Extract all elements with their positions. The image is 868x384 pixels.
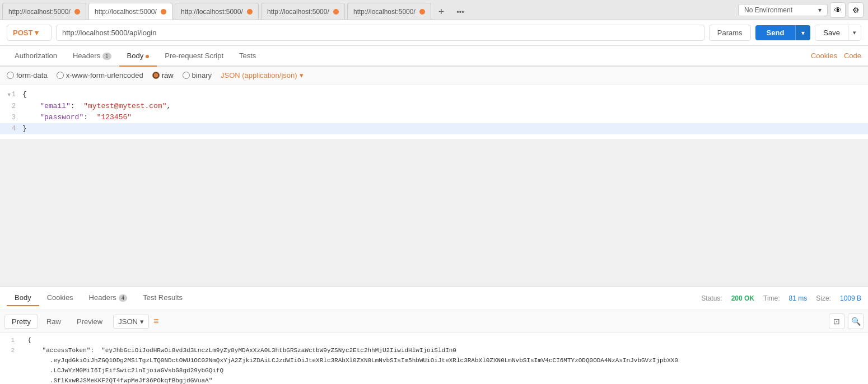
status-value: 200 OK [731,294,754,302]
line-number-4: 4 [0,123,22,134]
wrap-button[interactable]: ⊡ [829,313,844,329]
gear-icon-button[interactable]: ⚙ [848,2,864,18]
tab-dot-0 [74,9,80,15]
x-www-form-urlencoded-radio[interactable]: x-www-form-urlencoded [57,71,143,79]
json-view-chevron-icon: ▾ [140,317,144,326]
line-number-2: 2 [0,101,22,112]
resp-line-2: 2 "accessToken": "eyJhbGciOiJodHRwOi8vd3… [0,345,868,384]
tab-dot-3 [333,9,339,15]
tab-url-0: http://localhost:5000/ [8,8,71,16]
line-number-1: ▼1 [0,89,22,101]
json-format-select[interactable]: JSON (application/json) ▾ [221,71,304,79]
tab-right-actions: CookiesCode [811,51,861,60]
resp-line-number-1: 1 [0,335,20,345]
time-value: 81 ms [789,294,808,302]
browser-tab-0[interactable]: http://localhost:5000/ [2,3,86,20]
response-tab-body[interactable]: Body [7,290,39,306]
tab-dot-2 [247,9,253,15]
browser-tab-2[interactable]: http://localhost:5000/ [175,3,259,20]
editor-line-2: 2 "email": "mytest@mytest.com", [0,101,868,112]
editor-line-3: 3 "password": "123456" [0,112,868,123]
status-label: Status: [701,294,722,302]
save-arrow-button[interactable]: ▾ [848,25,861,40]
json-format-label: JSON (application/json) [221,71,297,79]
send-arrow-button[interactable]: ▾ [795,25,810,40]
form-data-radio[interactable]: form-data [7,71,48,79]
size-label: Size: [816,294,831,302]
line-content-3: "password": "123456" [22,112,868,123]
method-chevron-icon: ▾ [35,29,39,37]
tab-right-link-cookies[interactable]: Cookies [811,51,837,60]
line-content-2: "email": "mytest@mytest.com", [22,101,868,112]
filter-icon: ≡ [153,316,158,326]
response-tab-test-results[interactable]: Test Results [135,290,190,306]
browser-tab-3[interactable]: http://localhost:5000/ [261,3,345,20]
tab-url-2: http://localhost:5000/ [181,8,244,16]
method-select[interactable]: POST ▾ [7,25,52,41]
resp-line-content-1: { [20,335,868,345]
tab-dot-4 [419,9,425,15]
tab-dot-1 [161,9,166,15]
search-response-button[interactable]: 🔍 [848,313,864,329]
url-input[interactable] [56,25,704,41]
tab-url-1: http://localhost:5000/ [95,8,157,16]
request-tab-authorization[interactable]: Authorization [7,46,65,67]
view-tab-raw[interactable]: Raw [39,315,68,329]
request-tab-body[interactable]: Body [119,46,157,67]
tab-badge-1: 1 [102,53,111,60]
line-content-1: { [22,89,868,101]
tab-url-3: http://localhost:5000/ [267,8,330,16]
resp-line-number-2: 2 [0,345,20,384]
tab-right-link-code[interactable]: Code [844,51,861,60]
time-label: Time: [763,294,780,302]
response-tab-headers[interactable]: Headers4 [81,290,136,306]
json-view-select[interactable]: JSON ▾ [113,315,149,329]
line-toggle-1[interactable]: ▼ [7,92,10,98]
view-tab-pretty[interactable]: Pretty [4,315,38,329]
request-tab-headers[interactable]: Headers1 [65,46,119,67]
save-button[interactable]: Save [815,25,848,40]
json-format-chevron-icon: ▾ [300,71,304,79]
params-button[interactable]: Params [709,25,751,41]
add-tab-button[interactable]: + [433,4,449,20]
request-tab-pre-request-script[interactable]: Pre-request Script [157,46,231,67]
tab-url-4: http://localhost:5000/ [353,8,416,16]
editor-line-1: ▼1{ [0,89,868,101]
eye-icon-button[interactable]: 👁 [830,2,846,18]
line-content-4: } [22,123,868,134]
request-tab-tests[interactable]: Tests [231,46,264,67]
resp-line-content-2: "accessToken": "eyJhbGciOiJodHRwOi8vd3d3… [20,345,868,384]
binary-radio[interactable]: binary [183,71,212,79]
raw-radio[interactable]: raw [152,71,174,79]
send-button[interactable]: Send [755,25,796,40]
response-tab-badge-2: 4 [119,294,128,302]
editor-line-4: 4} [0,123,868,134]
line-number-3: 3 [0,112,22,123]
env-selector[interactable]: No Environment ▾ [738,4,828,16]
browser-tab-4[interactable]: http://localhost:5000/ [347,3,431,20]
size-value: 1009 B [840,294,861,302]
env-chevron-icon: ▾ [818,6,822,14]
tab-dot-indicator-2 [146,55,149,58]
more-tabs-button[interactable]: ••• [450,4,470,20]
method-label: POST [13,29,32,37]
browser-tab-1[interactable]: http://localhost:5000/ [88,3,172,20]
resp-line-1: 1 { [0,335,868,345]
response-tab-cookies[interactable]: Cookies [39,290,81,306]
view-tab-preview[interactable]: Preview [69,315,110,329]
json-view-label: JSON [118,317,138,326]
env-label: No Environment [744,6,792,14]
